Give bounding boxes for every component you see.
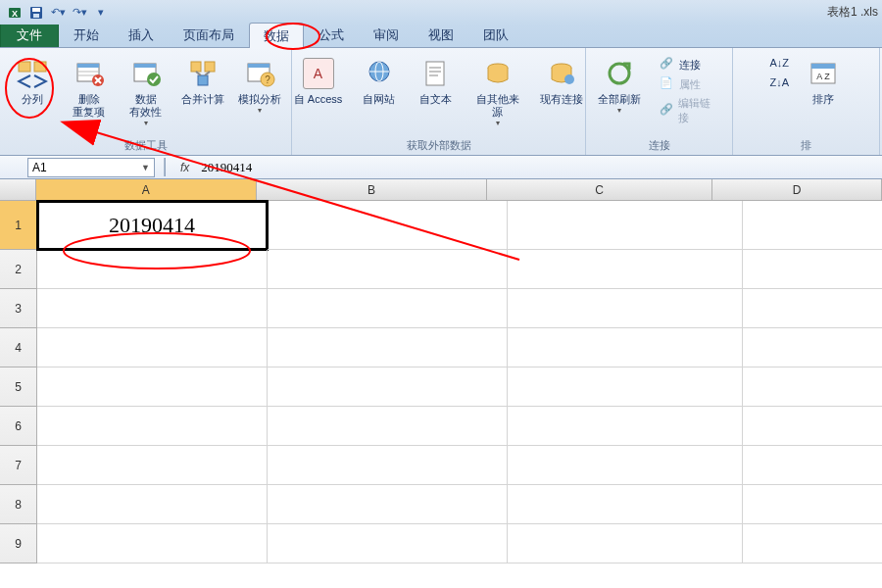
tab-data[interactable]: 数据 [249,23,304,48]
cell[interactable] [268,407,508,446]
cell[interactable] [268,250,508,289]
undo-icon[interactable]: ↶▾ [49,4,67,22]
fx-button[interactable]: fx [174,161,195,174]
cell[interactable] [37,485,268,524]
cell[interactable] [268,485,508,524]
edit-link-icon: 🔗 [660,103,675,119]
cell[interactable] [37,250,268,289]
quick-access-toolbar: X ↶▾ ↷▾ ▾ [6,4,110,22]
tab-home[interactable]: 开始 [59,22,114,47]
name-box[interactable]: A1 ▼ [27,158,155,177]
svg-text:?: ? [265,74,270,85]
cell[interactable] [508,289,743,328]
cell[interactable] [508,201,743,250]
cell[interactable]: 20190414 [37,201,268,250]
btn-existing-connections[interactable]: 现有连接 [536,52,587,106]
btn-from-access[interactable]: A 自 Access [291,52,346,106]
cell[interactable] [268,289,508,328]
cell[interactable] [37,289,268,328]
cell[interactable] [743,446,882,485]
cell[interactable] [268,524,508,564]
row-header-4[interactable]: 4 [0,328,37,368]
btn-from-web[interactable]: 自网站 [356,52,403,106]
select-all-corner[interactable] [0,179,36,201]
tab-view[interactable]: 视图 [414,22,468,47]
svg-rect-18 [205,62,215,72]
btn-from-text[interactable]: 自文本 [413,52,460,106]
spreadsheet-grid: A B C D 123456789 20190414 [0,179,882,588]
cell[interactable] [508,407,743,446]
cell[interactable] [37,368,268,407]
cell[interactable] [743,201,882,250]
cell[interactable] [37,407,268,446]
cell[interactable] [743,368,882,407]
svg-rect-17 [191,62,201,72]
tab-review[interactable]: 审阅 [359,22,414,47]
cell[interactable] [508,524,743,564]
cell[interactable] [508,328,743,368]
btn-text-to-columns[interactable]: 分列 [9,52,56,106]
btn-sort-asc[interactable]: A↓Z [766,56,790,74]
btn-sort[interactable]: A Z 排序 [800,52,847,106]
row-header-6[interactable]: 6 [0,407,37,446]
btn-properties: 📄属性 [656,75,724,93]
col-header-A[interactable]: A [36,179,257,201]
cell[interactable] [268,446,508,485]
svg-rect-8 [77,64,99,68]
group-data-tools: 分列 删除 重复项 数据 有效性 ▾ 合并计算 ? 模拟分析 ▾ 数据工具 [0,48,292,155]
svg-rect-6 [34,62,46,72]
cell[interactable] [37,446,268,485]
btn-sort-desc[interactable]: Z↓A [766,75,790,93]
cell[interactable] [743,407,882,446]
row-header-3[interactable]: 3 [0,289,37,328]
btn-connections[interactable]: 🔗连接 [656,56,724,74]
tab-insert[interactable]: 插入 [114,22,169,47]
save-icon[interactable] [27,4,45,22]
cell[interactable] [743,524,882,564]
cell[interactable] [508,485,743,524]
svg-rect-27 [426,62,444,85]
tab-team[interactable]: 团队 [468,22,523,47]
cell[interactable] [37,328,268,368]
redo-icon[interactable]: ↷▾ [71,4,88,22]
tab-formulas[interactable]: 公式 [304,22,359,47]
cell[interactable] [268,328,508,368]
formula-bar: A1 ▼ ⎮ fx [0,156,882,179]
row-header-2[interactable]: 2 [0,250,37,289]
formula-input[interactable] [195,158,882,177]
cell[interactable] [508,250,743,289]
qat-more-icon[interactable]: ▾ [92,4,110,22]
cell[interactable] [508,446,743,485]
btn-consolidate[interactable]: 合并计算 [179,52,226,106]
row-header-8[interactable]: 8 [0,485,37,524]
btn-data-validation[interactable]: 数据 有效性 ▾ [122,52,170,127]
btn-from-other[interactable]: 自其他来源 ▾ [469,52,526,127]
row-header-1[interactable]: 1 [0,201,37,250]
title-bar: X ↶▾ ↷▾ ▾ 表格1 .xls [0,0,882,24]
row-header-5[interactable]: 5 [0,368,37,407]
cells-area[interactable]: 20190414 [37,201,882,564]
cell[interactable] [37,524,268,564]
tab-pagelayout[interactable]: 页面布局 [169,22,249,47]
cell[interactable] [743,328,882,368]
chevron-down-icon[interactable]: ▼ [141,163,150,172]
excel-app-icon[interactable]: X [6,4,24,22]
cell[interactable] [268,201,508,250]
col-header-C[interactable]: C [487,179,712,201]
ribbon: 分列 删除 重复项 数据 有效性 ▾ 合并计算 ? 模拟分析 ▾ 数据工具 [0,48,882,156]
ribbon-tabs: 文件 开始 插入 页面布局 数据 公式 审阅 视图 团队 [0,24,882,48]
cell[interactable] [743,485,882,524]
row-header-7[interactable]: 7 [0,446,37,485]
cell[interactable] [743,289,882,328]
cell[interactable] [743,250,882,289]
cell[interactable] [508,368,743,407]
group-connections: 全部刷新 ▾ 🔗连接 📄属性 🔗编辑链接 连接 [586,48,733,155]
col-header-D[interactable]: D [712,179,882,201]
btn-remove-duplicates[interactable]: 删除 重复项 [66,52,113,119]
btn-what-if[interactable]: ? 模拟分析 ▾ [236,52,283,115]
btn-refresh-all[interactable]: 全部刷新 ▾ [594,52,646,115]
row-header-9[interactable]: 9 [0,524,37,564]
col-header-B[interactable]: B [257,179,487,201]
tab-file[interactable]: 文件 [0,22,59,47]
cell[interactable] [268,368,508,407]
